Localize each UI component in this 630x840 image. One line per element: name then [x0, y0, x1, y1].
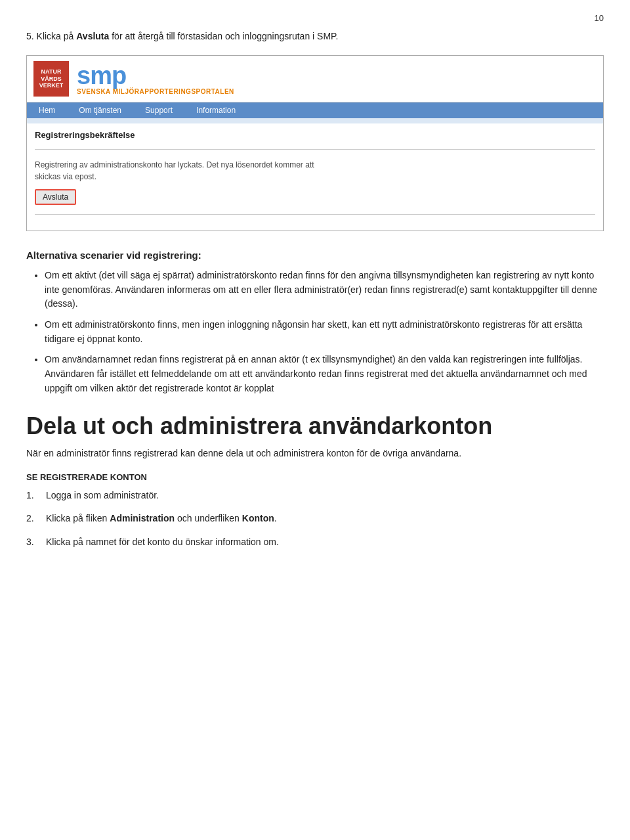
step-3: 3. Klicka på namnet för det konto du öns…: [26, 535, 604, 550]
smp-tagline: SVENSKA MILJÖRAPPORTERINGSPORTALEN: [77, 88, 234, 95]
bullet-2: Om ett administratörskonto finns, men in…: [45, 318, 604, 346]
alternativa-bullets: Om ett aktivt (det vill säga ej spärrat)…: [26, 269, 604, 396]
smp-logo: smp SVENSKA MILJÖRAPPORTERINGSPORTALEN: [77, 63, 234, 95]
nav-om-tjansten[interactable]: Om tjänsten: [67, 102, 133, 118]
nav-information[interactable]: Information: [184, 102, 247, 118]
se-registrerade-label: SE REGISTRERADE KONTON: [26, 472, 604, 482]
dela-ut-intro: När en administratör finns registrerad k…: [26, 447, 604, 460]
smp-section-title: Registreringsbekräftelse: [35, 130, 595, 140]
avsluta-button[interactable]: Avsluta: [35, 189, 76, 205]
smp-header: NATUR VÅRDS VERKET smp SVENSKA MILJÖRAPP…: [27, 56, 603, 102]
content-divider: [35, 149, 595, 150]
page-number: 10: [26, 13, 604, 23]
bullet-1: Om ett aktivt (det vill säga ej spärrat)…: [45, 269, 604, 311]
smp-message: Registrering av administrationskonto har…: [35, 159, 595, 183]
step-1: 1. Logga in som administratör.: [26, 489, 604, 503]
alternativa-heading: Alternativa scenarier vid registrering:: [26, 250, 604, 261]
smp-wordmark: smp: [77, 63, 234, 88]
bullet-3: Om användarnamnet redan finns registrera…: [45, 353, 604, 395]
smp-ui-screenshot: NATUR VÅRDS VERKET smp SVENSKA MILJÖRAPP…: [26, 55, 604, 231]
step-2: 2. Klicka på fliken Administration och u…: [26, 512, 604, 526]
natur-vardsverket-logo: NATUR VÅRDS VERKET: [33, 61, 69, 97]
nav-hem[interactable]: Hem: [27, 102, 67, 118]
content-divider-bottom: [35, 214, 595, 215]
dela-ut-heading: Dela ut och administrera användarkonton: [26, 412, 604, 440]
nav-support[interactable]: Support: [133, 102, 184, 118]
smp-navigation: Hem Om tjänsten Support Information: [27, 102, 603, 118]
dela-ut-steps: 1. Logga in som administratör. 2. Klicka…: [26, 489, 604, 550]
nav-underline: [27, 118, 603, 123]
step5-text: 5. Klicka på Avsluta för att återgå till…: [26, 30, 604, 43]
smp-content-area: Registreringsbekräftelse Registrering av…: [27, 123, 603, 231]
